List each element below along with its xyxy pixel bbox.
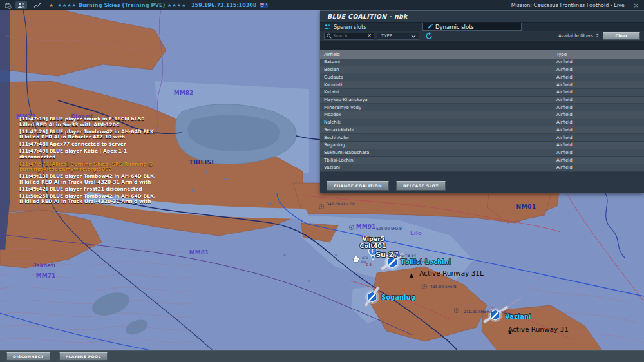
table-row[interactable]: VazianiAirfield bbox=[320, 164, 644, 172]
map-label: NM01 bbox=[516, 204, 536, 210]
chat-message: [11:47:57] [Allies] Burning Skies: SRS R… bbox=[19, 162, 187, 173]
table-row[interactable]: KobuletiAirfield bbox=[320, 81, 644, 89]
top-bar: ★ ★★★★ Burning Skies (Training PVE) ★★★★… bbox=[0, 0, 644, 10]
panel-footer: CHANGE COALITION RELEASE SLOT bbox=[320, 172, 644, 193]
table-body: BatumiAirfieldBeslanAirfieldGudautaAirfi… bbox=[320, 59, 644, 172]
table-row[interactable]: BeslanAirfield bbox=[320, 66, 644, 74]
map-label: Colt401 bbox=[359, 242, 386, 249]
table-row[interactable]: NalchikAirfield bbox=[320, 119, 644, 127]
map-label: Vaziani bbox=[505, 313, 531, 320]
players-icon[interactable] bbox=[15, 1, 27, 9]
map-label: Lilo bbox=[410, 230, 422, 236]
favourite-star-icon[interactable]: ★ bbox=[49, 3, 53, 8]
filter-row: × TYPE Available filters: 2 Clear bbox=[320, 31, 644, 41]
table-row[interactable]: Mineralnye VodyAirfield bbox=[320, 104, 644, 111]
chat-message: [11:50:25] BLUE player Tombow42 in AH-64… bbox=[19, 194, 187, 205]
table-header: Airfield Type bbox=[320, 50, 644, 59]
table-row[interactable]: SoganlugAirfield bbox=[320, 142, 644, 149]
map-label: MM71 bbox=[36, 272, 55, 279]
map-label: 211.00 kHz NA bbox=[464, 309, 493, 314]
map-label: Tbilisi-Lochini bbox=[401, 258, 451, 265]
table-row[interactable]: Senaki-KolkhiAirfield bbox=[320, 126, 644, 134]
briefcase-icon[interactable] bbox=[5, 2, 12, 9]
chevron-down-icon bbox=[411, 35, 416, 38]
map-label: 625.00 kHz B bbox=[376, 226, 402, 231]
chat-message: [11:47:26] BLUE player Tombow42 in AH-64… bbox=[19, 129, 187, 141]
tab-dynamic-slots[interactable]: Dynamic slots bbox=[422, 23, 522, 31]
server-address: 159.196.73.115:10308 bbox=[191, 3, 256, 8]
map-label: 5-3 bbox=[366, 263, 372, 267]
column-header-type[interactable]: Type bbox=[553, 52, 644, 57]
tab-spawn-slots-label: Spawn slots bbox=[334, 24, 366, 30]
tab-spawn-slots[interactable]: Spawn slots bbox=[320, 23, 422, 31]
table-row[interactable]: BatumiAirfield bbox=[320, 59, 644, 66]
panel-tabs: Spawn slots Dynamic slots bbox=[320, 23, 644, 31]
clear-filters-button[interactable]: Clear bbox=[603, 32, 640, 40]
map-label: MM82 bbox=[174, 90, 193, 96]
refresh-icon[interactable] bbox=[425, 32, 433, 40]
panel-title: BLUE COALITION - nbk bbox=[320, 10, 644, 23]
chat-log: [11:47:19] BLUE player smurk in F-16CM b… bbox=[19, 117, 187, 206]
map-label: Active Runway 31L bbox=[419, 269, 484, 277]
table-row[interactable]: GudautaAirfield bbox=[320, 73, 644, 81]
map-label: GTB bbox=[362, 256, 368, 260]
mission-label: Mission: Caucasus Frontlines Foothold - … bbox=[511, 3, 625, 8]
table-row[interactable]: Sukhumi-BabusharaAirfield bbox=[320, 149, 644, 157]
chat-message: [11:47:49] BLUE player Katie | Apex 1-1d… bbox=[19, 149, 187, 160]
table-row[interactable]: Sochi-AdlerAirfield bbox=[320, 134, 644, 142]
tabs-filler bbox=[522, 23, 644, 31]
close-icon[interactable]: × bbox=[634, 2, 639, 9]
chat-message: [11:49:42] BLUE player Frost21 disconnec… bbox=[19, 187, 187, 193]
type-filter-dropdown[interactable]: TYPE bbox=[377, 33, 419, 40]
map-label: Tskneti bbox=[33, 262, 55, 269]
table-row[interactable]: Maykop-KhanskayaAirfield bbox=[320, 97, 644, 104]
chat-message: [11:47:48] Apex77 connected to server bbox=[19, 142, 187, 148]
table-row[interactable]: MozdokAirfield bbox=[320, 111, 644, 119]
tab-dynamic-slots-label: Dynamic slots bbox=[435, 24, 474, 30]
column-header-airfield[interactable]: Airfield bbox=[320, 52, 553, 57]
map-label: 435.00 kHz N bbox=[430, 284, 456, 289]
chat-message: [11:47:19] BLUE player smurk in F-16CM b… bbox=[19, 117, 187, 128]
svg-text:F: F bbox=[371, 249, 374, 254]
table-gap bbox=[320, 41, 644, 50]
chart-icon[interactable] bbox=[33, 2, 41, 8]
bottom-bar: DISCONNECT PLAYERS POOL bbox=[0, 350, 644, 362]
type-filter-label: TYPE bbox=[381, 33, 411, 39]
map-label: 342.00 kHz BP bbox=[327, 202, 355, 206]
airport-icon-soganlug[interactable] bbox=[365, 290, 379, 304]
search-input[interactable] bbox=[332, 33, 367, 39]
chat-message: [11:49:13] BLUE player Tombow42 in AH-64… bbox=[19, 174, 187, 186]
map-label: Soganlug bbox=[381, 294, 415, 301]
change-coalition-button[interactable]: CHANGE COALITION bbox=[327, 181, 389, 191]
coalition-title: BLUE COALITION - nbk bbox=[327, 13, 408, 20]
disconnect-button[interactable]: DISCONNECT bbox=[6, 352, 50, 361]
dynamic-slots-icon bbox=[427, 24, 433, 30]
map-label: MM81 bbox=[189, 249, 209, 256]
available-filters-label: Available filters: 2 bbox=[558, 33, 599, 39]
map-label: TBILISI bbox=[189, 159, 214, 166]
table-row[interactable]: KutaisiAirfield bbox=[320, 89, 644, 97]
slots-panel: BLUE COALITION - nbk Spawn slots Dynamic… bbox=[320, 10, 644, 193]
spawn-slots-icon bbox=[324, 24, 331, 30]
table-row[interactable]: Tbilisi-LochiniAirfield bbox=[320, 157, 644, 164]
search-clear-icon[interactable]: × bbox=[367, 33, 372, 39]
release-slot-button[interactable]: RELEASE SLOT bbox=[396, 181, 446, 191]
map-label: Viper5 bbox=[363, 235, 385, 242]
map-label: Active Runway 31 bbox=[508, 325, 569, 333]
australia-flag-icon bbox=[260, 3, 268, 8]
server-name: ★★★★ Burning Skies (Training PVE) ★★★★ bbox=[57, 3, 186, 8]
search-box[interactable]: × bbox=[324, 33, 374, 40]
map-label: MHz TB 84 bbox=[395, 253, 416, 258]
players-pool-button[interactable]: PLAYERS POOL bbox=[59, 352, 108, 361]
map-label: MM91 bbox=[356, 224, 375, 230]
search-icon bbox=[327, 33, 332, 39]
